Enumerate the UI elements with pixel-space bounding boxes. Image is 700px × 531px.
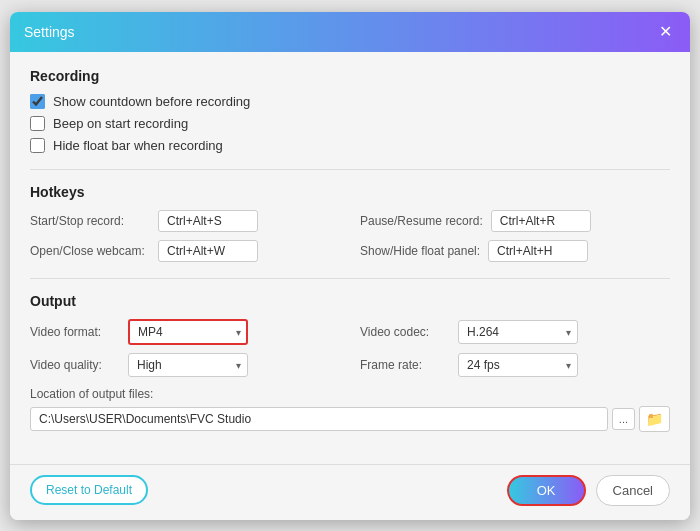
video-format-select[interactable]: MP4 AVI MOV MKV <box>128 319 248 345</box>
hotkey-input-3[interactable] <box>488 240 588 262</box>
location-browse-button[interactable]: ... <box>612 408 635 430</box>
output-grid: Video format: MP4 AVI MOV MKV ▾ Video co… <box>30 319 670 377</box>
checkbox-row-0: Show countdown before recording <box>30 94 670 109</box>
hotkey-input-2[interactable] <box>158 240 258 262</box>
folder-icon: 📁 <box>646 411 663 427</box>
title-bar: Settings ✕ <box>10 12 690 52</box>
output-label-1: Video codec: <box>360 325 450 339</box>
cancel-button[interactable]: Cancel <box>596 475 670 506</box>
output-label-0: Video format: <box>30 325 120 339</box>
output-row-0: Video format: MP4 AVI MOV MKV ▾ <box>30 319 340 345</box>
checkbox-floatbar-label: Hide float bar when recording <box>53 138 223 153</box>
checkbox-floatbar[interactable] <box>30 138 45 153</box>
hotkey-input-1[interactable] <box>491 210 591 232</box>
output-section: Output Video format: MP4 AVI MOV MKV ▾ <box>30 293 670 432</box>
recording-section: Recording Show countdown before recordin… <box>30 68 670 153</box>
checkbox-row-1: Beep on start recording <box>30 116 670 131</box>
dialog-title: Settings <box>24 24 75 40</box>
checkbox-row-2: Hide float bar when recording <box>30 138 670 153</box>
hotkey-row-3: Show/Hide float panel: <box>360 240 670 262</box>
footer: Reset to Default OK Cancel <box>10 464 690 520</box>
hotkeys-grid: Start/Stop record: Pause/Resume record: … <box>30 210 670 262</box>
checkbox-countdown-label: Show countdown before recording <box>53 94 250 109</box>
reset-button[interactable]: Reset to Default <box>30 475 148 505</box>
checkbox-beep[interactable] <box>30 116 45 131</box>
divider-2 <box>30 278 670 279</box>
location-row: ... 📁 <box>30 406 670 432</box>
location-input[interactable] <box>30 407 608 431</box>
output-label-3: Frame rate: <box>360 358 450 372</box>
hotkey-label-1: Pause/Resume record: <box>360 214 483 228</box>
hotkeys-section: Hotkeys Start/Stop record: Pause/Resume … <box>30 184 670 262</box>
divider-1 <box>30 169 670 170</box>
output-label-2: Video quality: <box>30 358 120 372</box>
hotkeys-title: Hotkeys <box>30 184 670 200</box>
checkbox-countdown[interactable] <box>30 94 45 109</box>
hotkey-row-2: Open/Close webcam: <box>30 240 340 262</box>
output-row-3: Frame rate: 24 fps 30 fps 60 fps ▾ <box>360 353 670 377</box>
settings-dialog: Settings ✕ Recording Show countdown befo… <box>10 12 690 520</box>
output-row-2: Video quality: High Medium Low ▾ <box>30 353 340 377</box>
video-codec-wrap: H.264 H.265 VP9 ▾ <box>458 320 578 344</box>
output-title: Output <box>30 293 670 309</box>
close-button[interactable]: ✕ <box>655 22 676 42</box>
video-codec-select[interactable]: H.264 H.265 VP9 <box>458 320 578 344</box>
video-format-wrap: MP4 AVI MOV MKV ▾ <box>128 319 248 345</box>
frame-rate-select[interactable]: 24 fps 30 fps 60 fps <box>458 353 578 377</box>
content-area: Recording Show countdown before recordin… <box>10 52 690 464</box>
hotkey-label-0: Start/Stop record: <box>30 214 150 228</box>
hotkey-row-1: Pause/Resume record: <box>360 210 670 232</box>
video-quality-wrap: High Medium Low ▾ <box>128 353 248 377</box>
footer-right: OK Cancel <box>507 475 670 506</box>
output-row-1: Video codec: H.264 H.265 VP9 ▾ <box>360 319 670 345</box>
hotkey-input-0[interactable] <box>158 210 258 232</box>
video-quality-select[interactable]: High Medium Low <box>128 353 248 377</box>
hotkey-label-2: Open/Close webcam: <box>30 244 150 258</box>
frame-rate-wrap: 24 fps 30 fps 60 fps ▾ <box>458 353 578 377</box>
hotkey-label-3: Show/Hide float panel: <box>360 244 480 258</box>
location-label: Location of output files: <box>30 387 670 401</box>
folder-open-button[interactable]: 📁 <box>639 406 670 432</box>
checkbox-beep-label: Beep on start recording <box>53 116 188 131</box>
hotkey-row-0: Start/Stop record: <box>30 210 340 232</box>
ok-button[interactable]: OK <box>507 475 586 506</box>
recording-title: Recording <box>30 68 670 84</box>
